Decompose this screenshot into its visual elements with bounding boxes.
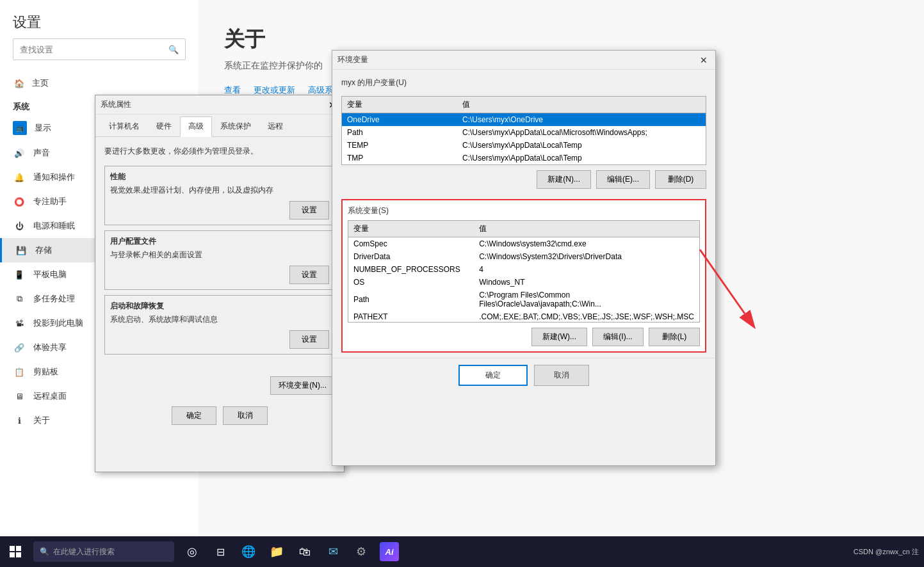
user-var-row[interactable]: OneDriveC:\Users\myx\OneDrive <box>342 113 706 127</box>
nav-multitask-label: 多任务处理 <box>33 293 75 305</box>
sys-col-value: 值 <box>474 221 699 237</box>
taskbar-search[interactable]: 🔍 在此键入进行搜索 <box>33 541 174 562</box>
perf-settings-button[interactable]: 设置 <box>289 201 329 220</box>
taskbar-edge[interactable]: 🌐 <box>236 538 261 566</box>
nav-clipboard-label: 剪贴板 <box>33 366 58 378</box>
svg-rect-2 <box>10 546 15 551</box>
envvar-button[interactable]: 环境变量(N)... <box>270 376 335 395</box>
sys-new-button[interactable]: 新建(W)... <box>531 328 587 346</box>
power-icon: ⏻ <box>13 220 26 232</box>
profile-text: 与登录帐户相关的桌面设置 <box>110 250 329 260</box>
startup-text: 系统启动、系统故障和调试信息 <box>110 314 329 325</box>
user-col-value: 值 <box>457 97 706 113</box>
tab-remote[interactable]: 远程 <box>259 116 291 136</box>
home-icon: 🏠 <box>13 77 26 90</box>
envvar-cancel-button[interactable]: 取消 <box>534 365 589 386</box>
sys-var-row[interactable]: NUMBER_OF_PROCESSORS4 <box>348 263 699 276</box>
taskbar-app-ai[interactable]: Ai <box>377 538 402 566</box>
sys-var-row[interactable]: PathC:\Program Files\Common Files\Oracle… <box>348 289 699 310</box>
tab-advanced[interactable]: 高级 <box>180 116 212 137</box>
nav-storage-label: 存储 <box>35 244 52 256</box>
sound-icon: 🔊 <box>13 147 26 159</box>
sys-vars-label: 系统变量(S) <box>348 205 700 216</box>
tab-computername[interactable]: 计算机名 <box>101 116 148 136</box>
user-vars-buttons: 新建(N)... 编辑(E)... 删除(D) <box>332 165 715 194</box>
startup-settings-button[interactable]: 设置 <box>289 330 329 349</box>
taskbar-taskview[interactable]: ⊟ <box>207 538 233 566</box>
sys-var-row[interactable]: OSWindows_NT <box>348 276 699 289</box>
taskbar-settings[interactable]: ⚙ <box>348 538 374 566</box>
profile-section: 用户配置文件 与登录帐户相关的桌面设置 设置 <box>104 230 335 290</box>
envvar-bottom-buttons: 确定 取消 <box>332 358 715 392</box>
taskbar: 🔍 在此键入进行搜索 ◎ ⊟ 🌐 📁 🛍 ✉ ⚙ Ai CSDN @znwx_c… <box>0 536 924 567</box>
sysprop-cancel-button[interactable]: 取消 <box>223 406 268 425</box>
sys-vars-table-container[interactable]: 变量 值 ComSpecC:\Windows\system32\cmd.exeD… <box>348 220 700 323</box>
sysprop-ok-button[interactable]: 确定 <box>172 406 216 425</box>
user-vars-table-container[interactable]: 变量 值 OneDriveC:\Users\myx\OneDrivePathC:… <box>341 96 706 165</box>
user-col-name: 变量 <box>342 97 457 113</box>
project-icon: 📽 <box>13 317 26 330</box>
remote-icon: 🖥 <box>13 390 26 403</box>
envvar-ok-button[interactable]: 确定 <box>458 365 528 386</box>
sys-var-row[interactable]: PATHEXT.COM;.EXE;.BAT;.CMD;.VBS;.VBE;.JS… <box>348 310 699 323</box>
taskbar-brand: CSDN @znwx_cn 注 <box>854 547 919 557</box>
user-vars-section: myx 的用户变量(U) <box>332 70 715 96</box>
startup-title: 启动和故障恢复 <box>110 301 329 312</box>
sys-var-row[interactable]: ComSpecC:\Windows\system32\cmd.exe <box>348 237 699 251</box>
about-icon: ℹ <box>13 414 26 427</box>
display-icon: 📺 <box>13 121 27 135</box>
svg-line-1 <box>700 250 745 314</box>
taskbar-cortana[interactable]: ◎ <box>179 538 205 566</box>
sysprop-bottom-buttons: 环境变量(N)... <box>95 371 344 400</box>
envvar-dialog: 环境变量 ✕ myx 的用户变量(U) 变量 值 OneDriveC:\User… <box>332 50 716 466</box>
nav-remote-label: 远程桌面 <box>33 390 67 402</box>
search-box[interactable]: 🔍 <box>13 38 186 60</box>
nav-tablet-label: 平板电脑 <box>33 269 67 280</box>
sys-vars-table: 变量 值 ComSpecC:\Windows\system32\cmd.exeD… <box>348 221 699 323</box>
envvar-title: 环境变量 <box>337 54 697 65</box>
start-button[interactable] <box>0 536 31 567</box>
search-icon: 🔍 <box>168 45 179 54</box>
taskbar-search-placeholder: 在此键入进行搜索 <box>53 547 115 557</box>
tab-hardware[interactable]: 硬件 <box>148 116 180 136</box>
sysprop-dialog: 系统属性 ✕ 计算机名 硬件 高级 系统保护 远程 要进行大多数更改，你必须作为… <box>95 95 344 472</box>
taskbar-store[interactable]: 🛍 <box>292 538 318 566</box>
clipboard-icon: 📋 <box>13 365 26 378</box>
perf-section: 性能 视觉效果,处理器计划、内存使用，以及虚拟内存 设置 <box>104 166 335 225</box>
profile-settings-button[interactable]: 设置 <box>289 266 329 284</box>
tab-sysprotect[interactable]: 系统保护 <box>212 116 259 136</box>
nav-about-label: 关于 <box>33 415 50 426</box>
taskbar-explorer[interactable]: 📁 <box>264 538 289 566</box>
user-var-row[interactable]: TEMPC:\Users\myx\AppData\Local\Temp <box>342 139 706 152</box>
startup-section: 启动和故障恢复 系统启动、系统故障和调试信息 设置 <box>104 295 335 355</box>
nav-share-label: 体验共享 <box>33 342 67 353</box>
user-edit-button[interactable]: 编辑(E)... <box>596 170 650 189</box>
nav-focus-label: 专注助手 <box>33 196 67 207</box>
storage-icon: 💾 <box>15 244 28 257</box>
sysprop-title: 系统属性 <box>101 99 326 110</box>
sys-var-row[interactable]: DriverDataC:\Windows\System32\Drivers\Dr… <box>348 250 699 263</box>
multitask-icon: ⧉ <box>13 292 26 305</box>
sysprop-tabs: 计算机名 硬件 高级 系统保护 远程 <box>95 115 344 137</box>
settings-app-title: 设置 <box>13 13 186 32</box>
perf-text: 视觉效果,处理器计划、内存使用，以及虚拟内存 <box>110 185 329 196</box>
taskbar-mail[interactable]: ✉ <box>320 538 346 566</box>
tablet-icon: 📱 <box>13 268 26 281</box>
nav-sound-label: 声音 <box>33 147 50 159</box>
envvar-close-button[interactable]: ✕ <box>697 54 710 67</box>
notif-icon: 🔔 <box>13 171 26 184</box>
user-var-row[interactable]: PathC:\Users\myx\AppData\Local\Microsoft… <box>342 126 706 139</box>
search-input[interactable] <box>20 45 168 54</box>
nav-project-label: 投影到此电脑 <box>33 317 83 329</box>
nav-home[interactable]: 🏠 主页 <box>0 70 199 96</box>
share-icon: 🔗 <box>13 341 26 354</box>
envvar-titlebar: 环境变量 ✕ <box>332 51 715 70</box>
sysprop-titlebar: 系统属性 ✕ <box>95 95 344 115</box>
red-arrow <box>681 243 758 335</box>
user-var-row[interactable]: TMPC:\Users\myx\AppData\Local\Temp <box>342 152 706 164</box>
sys-edit-button[interactable]: 编辑(I)... <box>592 328 644 346</box>
user-new-button[interactable]: 新建(N)... <box>537 170 591 189</box>
taskbar-right: CSDN @znwx_cn 注 <box>854 547 924 557</box>
sys-col-name: 变量 <box>348 221 474 237</box>
user-delete-button[interactable]: 删除(D) <box>655 170 706 189</box>
